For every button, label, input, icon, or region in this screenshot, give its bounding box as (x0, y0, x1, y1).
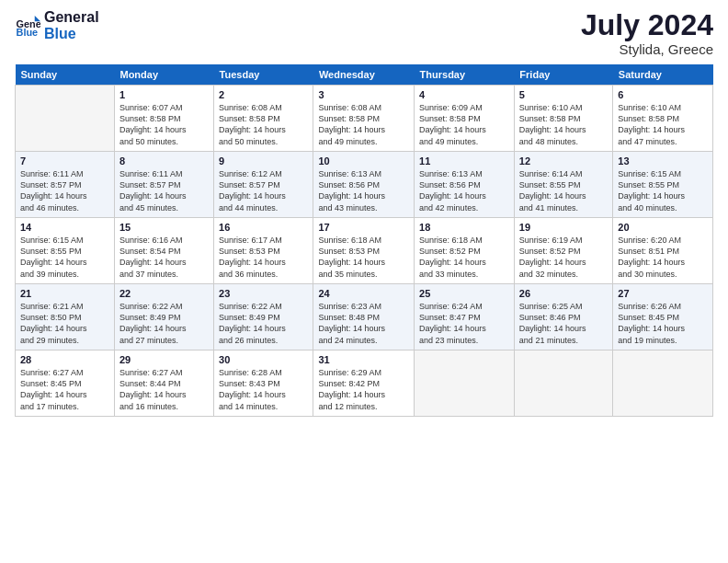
day-number: 9 (219, 155, 308, 167)
cell-w4-d3: 24Sunrise: 6:23 AMSunset: 8:48 PMDayligh… (313, 284, 415, 350)
day-number: 25 (419, 288, 509, 299)
day-info: Sunrise: 6:12 AMSunset: 8:57 PMDaylight:… (219, 168, 308, 213)
col-thursday: Thursday (415, 64, 515, 86)
cell-w4-d2: 23Sunrise: 6:22 AMSunset: 8:49 PMDayligh… (214, 284, 313, 350)
cell-w2-d3: 10Sunrise: 6:13 AMSunset: 8:56 PMDayligh… (313, 152, 415, 218)
location: Stylida, Greece (581, 41, 713, 57)
day-number: 2 (219, 89, 308, 100)
week-row-1: 1Sunrise: 6:07 AMSunset: 8:58 PMDaylight… (16, 86, 713, 152)
day-info: Sunrise: 6:27 AMSunset: 8:45 PMDaylight:… (20, 367, 109, 412)
day-number: 3 (318, 89, 409, 100)
logo-icon: General Blue (15, 13, 40, 39)
col-tuesday: Tuesday (214, 64, 313, 86)
day-info: Sunrise: 6:13 AMSunset: 8:56 PMDaylight:… (318, 168, 409, 213)
cell-w5-d0: 28Sunrise: 6:27 AMSunset: 8:45 PMDayligh… (16, 350, 115, 417)
day-number: 8 (119, 155, 209, 167)
day-info: Sunrise: 6:09 AMSunset: 8:58 PMDaylight:… (419, 102, 509, 147)
day-info: Sunrise: 6:21 AMSunset: 8:50 PMDaylight:… (20, 301, 109, 346)
cell-w3-d0: 14Sunrise: 6:15 AMSunset: 8:55 PMDayligh… (16, 218, 115, 284)
col-sunday: Sunday (16, 64, 115, 86)
day-number: 19 (519, 222, 609, 233)
cell-w5-d6 (613, 350, 713, 417)
logo-general: General (44, 9, 99, 26)
day-number: 20 (618, 222, 708, 233)
day-number: 28 (20, 354, 109, 365)
cell-w4-d4: 25Sunrise: 6:24 AMSunset: 8:47 PMDayligh… (415, 284, 515, 350)
day-number: 18 (419, 222, 509, 233)
month-year: July 2024 (581, 9, 713, 41)
cell-w1-d1: 1Sunrise: 6:07 AMSunset: 8:58 PMDaylight… (114, 86, 213, 152)
day-number: 29 (119, 354, 209, 365)
cell-w2-d5: 12Sunrise: 6:14 AMSunset: 8:55 PMDayligh… (514, 152, 613, 218)
day-info: Sunrise: 6:15 AMSunset: 8:55 PMDaylight:… (20, 235, 109, 280)
col-saturday: Saturday (613, 64, 713, 86)
svg-text:Blue: Blue (17, 26, 39, 37)
day-number: 24 (318, 288, 409, 299)
col-friday: Friday (514, 64, 613, 86)
day-number: 11 (419, 155, 509, 167)
day-number: 26 (519, 288, 609, 299)
cell-w5-d1: 29Sunrise: 6:27 AMSunset: 8:44 PMDayligh… (114, 350, 213, 417)
cell-w1-d3: 3Sunrise: 6:08 AMSunset: 8:58 PMDaylight… (313, 86, 415, 152)
day-info: Sunrise: 6:26 AMSunset: 8:45 PMDaylight:… (618, 301, 708, 346)
day-number: 12 (519, 155, 609, 167)
col-monday: Monday (114, 64, 213, 86)
col-wednesday: Wednesday (313, 64, 415, 86)
cell-w2-d2: 9Sunrise: 6:12 AMSunset: 8:57 PMDaylight… (214, 152, 313, 218)
day-info: Sunrise: 6:23 AMSunset: 8:48 PMDaylight:… (318, 301, 409, 346)
logo: General Blue General Blue (15, 9, 99, 41)
cell-w2-d1: 8Sunrise: 6:11 AMSunset: 8:57 PMDaylight… (114, 152, 213, 218)
day-number: 10 (318, 155, 409, 167)
day-number: 17 (318, 222, 409, 233)
day-number: 6 (618, 89, 708, 100)
day-info: Sunrise: 6:27 AMSunset: 8:44 PMDaylight:… (119, 367, 209, 412)
day-number: 23 (219, 288, 308, 299)
logo-blue: Blue (44, 26, 99, 42)
day-info: Sunrise: 6:17 AMSunset: 8:53 PMDaylight:… (219, 235, 308, 280)
day-number: 30 (219, 354, 308, 365)
cell-w2-d6: 13Sunrise: 6:15 AMSunset: 8:55 PMDayligh… (613, 152, 713, 218)
day-number: 4 (419, 89, 509, 100)
cell-w5-d4 (415, 350, 515, 417)
day-info: Sunrise: 6:11 AMSunset: 8:57 PMDaylight:… (119, 168, 209, 213)
cell-w1-d0 (16, 86, 115, 152)
day-number: 15 (119, 222, 209, 233)
day-info: Sunrise: 6:22 AMSunset: 8:49 PMDaylight:… (119, 301, 209, 346)
day-number: 16 (219, 222, 308, 233)
cell-w1-d5: 5Sunrise: 6:10 AMSunset: 8:58 PMDaylight… (514, 86, 613, 152)
day-info: Sunrise: 6:07 AMSunset: 8:58 PMDaylight:… (119, 102, 209, 147)
cell-w1-d4: 4Sunrise: 6:09 AMSunset: 8:58 PMDaylight… (415, 86, 515, 152)
cell-w2-d4: 11Sunrise: 6:13 AMSunset: 8:56 PMDayligh… (415, 152, 515, 218)
cell-w3-d1: 15Sunrise: 6:16 AMSunset: 8:54 PMDayligh… (114, 218, 213, 284)
day-number: 13 (618, 155, 708, 167)
day-number: 14 (20, 222, 109, 233)
day-info: Sunrise: 6:19 AMSunset: 8:52 PMDaylight:… (519, 235, 609, 280)
day-info: Sunrise: 6:24 AMSunset: 8:47 PMDaylight:… (419, 301, 509, 346)
calendar-header-row: Sunday Monday Tuesday Wednesday Thursday… (16, 64, 713, 86)
day-info: Sunrise: 6:10 AMSunset: 8:58 PMDaylight:… (618, 102, 708, 147)
cell-w3-d4: 18Sunrise: 6:18 AMSunset: 8:52 PMDayligh… (415, 218, 515, 284)
day-number: 31 (318, 354, 409, 365)
cell-w5-d2: 30Sunrise: 6:28 AMSunset: 8:43 PMDayligh… (214, 350, 313, 417)
day-number: 1 (119, 89, 209, 100)
cell-w2-d0: 7Sunrise: 6:11 AMSunset: 8:57 PMDaylight… (16, 152, 115, 218)
day-info: Sunrise: 6:15 AMSunset: 8:55 PMDaylight:… (618, 168, 708, 213)
page: General Blue General Blue July 2024 Styl… (0, 0, 728, 563)
day-info: Sunrise: 6:13 AMSunset: 8:56 PMDaylight:… (419, 168, 509, 213)
day-info: Sunrise: 6:18 AMSunset: 8:52 PMDaylight:… (419, 235, 509, 280)
day-info: Sunrise: 6:08 AMSunset: 8:58 PMDaylight:… (219, 102, 308, 147)
cell-w3-d2: 16Sunrise: 6:17 AMSunset: 8:53 PMDayligh… (214, 218, 313, 284)
day-number: 21 (20, 288, 109, 299)
week-row-2: 7Sunrise: 6:11 AMSunset: 8:57 PMDaylight… (16, 152, 713, 218)
day-number: 27 (618, 288, 708, 299)
cell-w4-d5: 26Sunrise: 6:25 AMSunset: 8:46 PMDayligh… (514, 284, 613, 350)
cell-w3-d5: 19Sunrise: 6:19 AMSunset: 8:52 PMDayligh… (514, 218, 613, 284)
calendar-table: Sunday Monday Tuesday Wednesday Thursday… (15, 64, 713, 417)
week-row-4: 21Sunrise: 6:21 AMSunset: 8:50 PMDayligh… (16, 284, 713, 350)
header: General Blue General Blue July 2024 Styl… (15, 9, 713, 57)
day-info: Sunrise: 6:08 AMSunset: 8:58 PMDaylight:… (318, 102, 409, 147)
day-number: 22 (119, 288, 209, 299)
cell-w3-d3: 17Sunrise: 6:18 AMSunset: 8:53 PMDayligh… (313, 218, 415, 284)
day-info: Sunrise: 6:28 AMSunset: 8:43 PMDaylight:… (219, 367, 308, 412)
week-row-5: 28Sunrise: 6:27 AMSunset: 8:45 PMDayligh… (16, 350, 713, 417)
